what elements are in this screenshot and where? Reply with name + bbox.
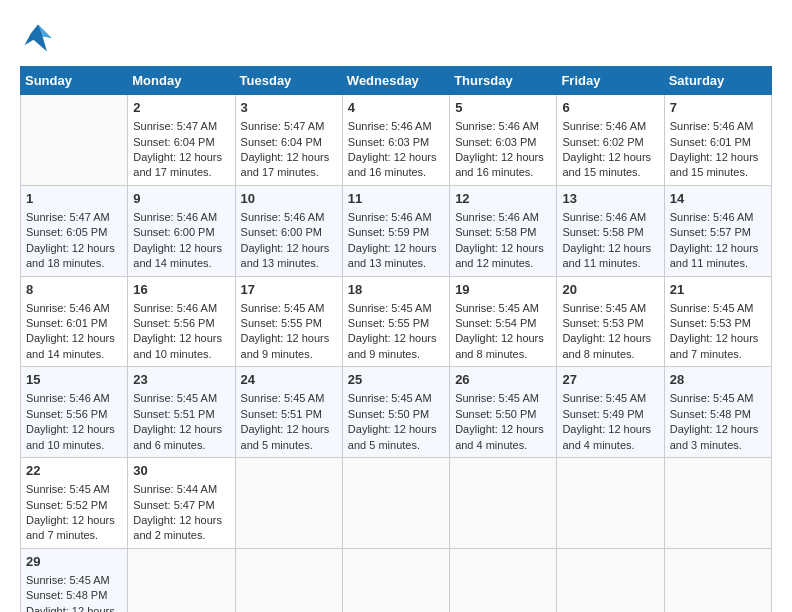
calendar-cell: 5Sunrise: 5:46 AMSunset: 6:03 PMDaylight… bbox=[450, 95, 557, 186]
calendar-cell: 14Sunrise: 5:46 AMSunset: 5:57 PMDayligh… bbox=[664, 185, 771, 276]
day-number: 13 bbox=[562, 190, 658, 208]
calendar-header-sunday: Sunday bbox=[21, 67, 128, 95]
day-number: 3 bbox=[241, 99, 337, 117]
calendar-header-friday: Friday bbox=[557, 67, 664, 95]
day-number: 21 bbox=[670, 281, 766, 299]
day-info: Sunrise: 5:45 AMSunset: 5:54 PMDaylight:… bbox=[455, 302, 544, 360]
day-info: Sunrise: 5:46 AMSunset: 5:58 PMDaylight:… bbox=[562, 211, 651, 269]
calendar-cell: 6Sunrise: 5:46 AMSunset: 6:02 PMDaylight… bbox=[557, 95, 664, 186]
calendar-cell bbox=[342, 458, 449, 549]
day-info: Sunrise: 5:45 AMSunset: 5:52 PMDaylight:… bbox=[26, 483, 115, 541]
calendar-cell bbox=[235, 458, 342, 549]
calendar-cell: 13Sunrise: 5:46 AMSunset: 5:58 PMDayligh… bbox=[557, 185, 664, 276]
calendar-cell: 11Sunrise: 5:46 AMSunset: 5:59 PMDayligh… bbox=[342, 185, 449, 276]
day-info: Sunrise: 5:45 AMSunset: 5:53 PMDaylight:… bbox=[670, 302, 759, 360]
calendar-cell: 28Sunrise: 5:45 AMSunset: 5:48 PMDayligh… bbox=[664, 367, 771, 458]
day-number: 23 bbox=[133, 371, 229, 389]
day-info: Sunrise: 5:47 AMSunset: 6:04 PMDaylight:… bbox=[133, 120, 222, 178]
day-number: 8 bbox=[26, 281, 122, 299]
day-info: Sunrise: 5:45 AMSunset: 5:55 PMDaylight:… bbox=[348, 302, 437, 360]
day-number: 17 bbox=[241, 281, 337, 299]
calendar-cell bbox=[21, 95, 128, 186]
logo bbox=[20, 20, 62, 56]
day-info: Sunrise: 5:45 AMSunset: 5:50 PMDaylight:… bbox=[348, 392, 437, 450]
calendar-header-thursday: Thursday bbox=[450, 67, 557, 95]
calendar-header-monday: Monday bbox=[128, 67, 235, 95]
day-info: Sunrise: 5:46 AMSunset: 6:01 PMDaylight:… bbox=[670, 120, 759, 178]
day-info: Sunrise: 5:46 AMSunset: 5:56 PMDaylight:… bbox=[133, 302, 222, 360]
day-number: 12 bbox=[455, 190, 551, 208]
calendar-table: SundayMondayTuesdayWednesdayThursdayFrid… bbox=[20, 66, 772, 612]
calendar-cell bbox=[557, 458, 664, 549]
day-number: 4 bbox=[348, 99, 444, 117]
day-info: Sunrise: 5:47 AMSunset: 6:05 PMDaylight:… bbox=[26, 211, 115, 269]
calendar-cell: 30Sunrise: 5:44 AMSunset: 5:47 PMDayligh… bbox=[128, 458, 235, 549]
calendar-cell: 8Sunrise: 5:46 AMSunset: 6:01 PMDaylight… bbox=[21, 276, 128, 367]
day-number: 24 bbox=[241, 371, 337, 389]
calendar-cell bbox=[664, 548, 771, 612]
day-info: Sunrise: 5:45 AMSunset: 5:53 PMDaylight:… bbox=[562, 302, 651, 360]
calendar-cell bbox=[450, 548, 557, 612]
calendar-cell: 25Sunrise: 5:45 AMSunset: 5:50 PMDayligh… bbox=[342, 367, 449, 458]
day-info: Sunrise: 5:47 AMSunset: 6:04 PMDaylight:… bbox=[241, 120, 330, 178]
calendar-cell: 4Sunrise: 5:46 AMSunset: 6:03 PMDaylight… bbox=[342, 95, 449, 186]
day-number: 19 bbox=[455, 281, 551, 299]
calendar-cell: 9Sunrise: 5:46 AMSunset: 6:00 PMDaylight… bbox=[128, 185, 235, 276]
day-number: 26 bbox=[455, 371, 551, 389]
calendar-cell: 29Sunrise: 5:45 AMSunset: 5:48 PMDayligh… bbox=[21, 548, 128, 612]
calendar-cell: 10Sunrise: 5:46 AMSunset: 6:00 PMDayligh… bbox=[235, 185, 342, 276]
calendar-cell: 23Sunrise: 5:45 AMSunset: 5:51 PMDayligh… bbox=[128, 367, 235, 458]
calendar-cell: 19Sunrise: 5:45 AMSunset: 5:54 PMDayligh… bbox=[450, 276, 557, 367]
calendar-cell: 17Sunrise: 5:45 AMSunset: 5:55 PMDayligh… bbox=[235, 276, 342, 367]
calendar-cell: 22Sunrise: 5:45 AMSunset: 5:52 PMDayligh… bbox=[21, 458, 128, 549]
day-info: Sunrise: 5:46 AMSunset: 5:59 PMDaylight:… bbox=[348, 211, 437, 269]
calendar-cell bbox=[664, 458, 771, 549]
day-number: 6 bbox=[562, 99, 658, 117]
day-number: 14 bbox=[670, 190, 766, 208]
day-number: 2 bbox=[133, 99, 229, 117]
day-number: 5 bbox=[455, 99, 551, 117]
calendar-header-wednesday: Wednesday bbox=[342, 67, 449, 95]
calendar-cell: 16Sunrise: 5:46 AMSunset: 5:56 PMDayligh… bbox=[128, 276, 235, 367]
day-info: Sunrise: 5:46 AMSunset: 5:57 PMDaylight:… bbox=[670, 211, 759, 269]
day-info: Sunrise: 5:46 AMSunset: 6:01 PMDaylight:… bbox=[26, 302, 115, 360]
day-info: Sunrise: 5:45 AMSunset: 5:51 PMDaylight:… bbox=[133, 392, 222, 450]
calendar-cell bbox=[450, 458, 557, 549]
day-number: 15 bbox=[26, 371, 122, 389]
day-info: Sunrise: 5:45 AMSunset: 5:48 PMDaylight:… bbox=[670, 392, 759, 450]
calendar-header-tuesday: Tuesday bbox=[235, 67, 342, 95]
calendar-cell: 27Sunrise: 5:45 AMSunset: 5:49 PMDayligh… bbox=[557, 367, 664, 458]
calendar-header-saturday: Saturday bbox=[664, 67, 771, 95]
page-header bbox=[20, 20, 772, 56]
day-info: Sunrise: 5:46 AMSunset: 6:00 PMDaylight:… bbox=[133, 211, 222, 269]
day-info: Sunrise: 5:46 AMSunset: 5:56 PMDaylight:… bbox=[26, 392, 115, 450]
calendar-cell bbox=[235, 548, 342, 612]
day-info: Sunrise: 5:46 AMSunset: 6:03 PMDaylight:… bbox=[348, 120, 437, 178]
day-number: 29 bbox=[26, 553, 122, 571]
day-info: Sunrise: 5:45 AMSunset: 5:55 PMDaylight:… bbox=[241, 302, 330, 360]
day-info: Sunrise: 5:46 AMSunset: 6:03 PMDaylight:… bbox=[455, 120, 544, 178]
day-info: Sunrise: 5:45 AMSunset: 5:49 PMDaylight:… bbox=[562, 392, 651, 450]
day-number: 16 bbox=[133, 281, 229, 299]
logo-icon bbox=[20, 20, 56, 56]
svg-marker-0 bbox=[25, 25, 52, 52]
calendar-cell: 21Sunrise: 5:45 AMSunset: 5:53 PMDayligh… bbox=[664, 276, 771, 367]
calendar-cell bbox=[557, 548, 664, 612]
day-number: 11 bbox=[348, 190, 444, 208]
day-number: 10 bbox=[241, 190, 337, 208]
calendar-cell: 18Sunrise: 5:45 AMSunset: 5:55 PMDayligh… bbox=[342, 276, 449, 367]
calendar-cell: 2Sunrise: 5:47 AMSunset: 6:04 PMDaylight… bbox=[128, 95, 235, 186]
calendar-cell bbox=[342, 548, 449, 612]
day-info: Sunrise: 5:45 AMSunset: 5:51 PMDaylight:… bbox=[241, 392, 330, 450]
day-number: 28 bbox=[670, 371, 766, 389]
calendar-cell: 15Sunrise: 5:46 AMSunset: 5:56 PMDayligh… bbox=[21, 367, 128, 458]
day-number: 30 bbox=[133, 462, 229, 480]
day-number: 1 bbox=[26, 190, 122, 208]
day-info: Sunrise: 5:45 AMSunset: 5:48 PMDaylight:… bbox=[26, 574, 115, 612]
calendar-cell bbox=[128, 548, 235, 612]
calendar-cell: 12Sunrise: 5:46 AMSunset: 5:58 PMDayligh… bbox=[450, 185, 557, 276]
day-info: Sunrise: 5:45 AMSunset: 5:50 PMDaylight:… bbox=[455, 392, 544, 450]
day-number: 7 bbox=[670, 99, 766, 117]
calendar-cell: 20Sunrise: 5:45 AMSunset: 5:53 PMDayligh… bbox=[557, 276, 664, 367]
calendar-cell: 24Sunrise: 5:45 AMSunset: 5:51 PMDayligh… bbox=[235, 367, 342, 458]
